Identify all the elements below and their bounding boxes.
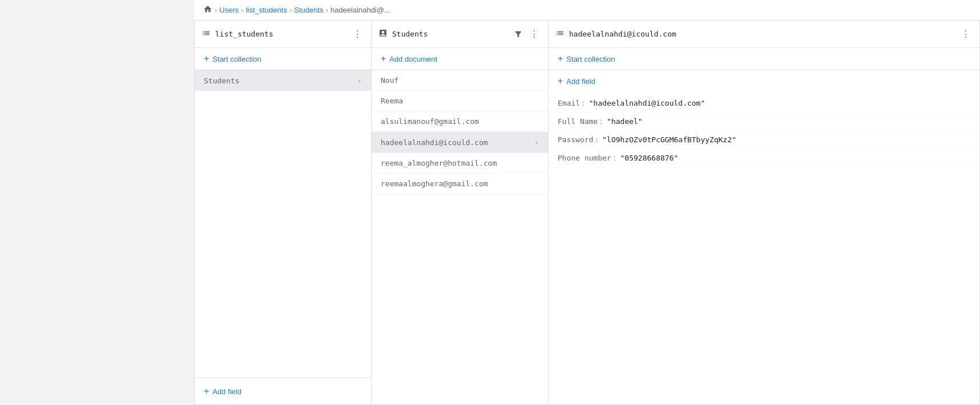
breadcrumb-students[interactable]: Students [294,6,323,14]
students-panel-icon [378,29,388,39]
list-item-nouf-label: Nouf [381,76,539,85]
list-students-more-btn[interactable]: ⋮ [350,26,364,42]
start-collection-label-1: Start collection [212,55,261,63]
panel-students-body: Nouf Reema alsulimanouf@gmail.com hadeel… [372,70,548,404]
students-more-btn[interactable]: ⋮ [527,26,541,42]
field-value-phone[interactable]: "05928668876" [620,154,679,162]
panel-document-title: hadeelalnahdi@icould.com [569,30,954,38]
add-field-plus-1: + [204,386,209,396]
panel-students-title: Students [392,30,507,38]
breadcrumb-users[interactable]: Users [219,6,239,14]
add-field-btn-doc[interactable]: + Add field [549,70,979,92]
panel-document-header: hadeelalnahdi@icould.com ⋮ [549,21,979,48]
list-item-reema[interactable]: Reema [372,91,548,111]
field-value-email[interactable]: "hadeelalnahdi@icould.com" [589,99,705,107]
panel-list-students-body: Students › [195,70,371,378]
field-row-fullname: Full Name : "hadeel" [549,113,979,131]
breadcrumb-sep-1: › [241,6,243,14]
field-sep-email: : [582,99,584,107]
list-item-reemaalmoghera[interactable]: reemaalmoghera@gmail.com [372,174,548,194]
plus-icon-1: + [204,54,209,64]
document-more-btn[interactable]: ⋮ [959,26,973,42]
list-item-reema-label: Reema [381,97,539,105]
breadcrumb-sep-2: › [289,6,292,14]
field-row-password: Password : "lO9hzOZv0tPcGGM6afBTbyyZqKz2… [549,131,979,149]
list-item-reemaalmoghera-label: reemaalmoghera@gmail.com [381,179,539,188]
full-page: › Users › list_students › Students › had… [0,0,980,405]
panel-list-students-actions: ⋮ [350,26,364,42]
add-field-label-doc: Add field [566,77,595,86]
list-students-icon [201,29,211,40]
breadcrumb-list-students[interactable]: list_students [246,6,287,14]
panel-list-students-footer: + Add field [195,378,371,404]
add-field-btn-1[interactable]: + Add field [204,384,241,399]
plus-icon-3: + [558,54,563,64]
panel-list-students: list_students ⋮ + Start collection Stude… [195,21,372,404]
list-item-alsulimanouf-label: alsulimanouf@gmail.com [381,117,539,126]
field-sep-password: : [596,135,598,144]
panel-document: hadeelalnahdi@icould.com ⋮ + Start colle… [549,21,979,404]
add-document-btn[interactable]: + Add document [372,48,548,70]
panel-students-header: Students ⋮ [372,21,548,48]
start-collection-label-2: Start collection [566,55,615,63]
list-item-hadeelalnahdi-label: hadeelalnahdi@icould.com [381,138,534,147]
list-item-alsulimanouf[interactable]: alsulimanouf@gmail.com [372,111,548,132]
field-value-fullname[interactable]: "hadeel" [607,117,643,126]
document-panel-icon [555,29,564,40]
add-field-label-1: Add field [212,387,241,396]
students-filter-btn[interactable] [511,27,525,41]
panel-students-actions: ⋮ [511,26,541,42]
breadcrumb-sep-3: › [326,6,328,14]
field-key-password: Password [558,135,594,144]
list-item-hadeelalnahdi-chevron: › [534,138,539,147]
panel-list-students-title: list_students [215,30,346,38]
field-sep-fullname: : [600,117,602,126]
add-document-label: Add document [389,55,437,63]
panel-document-actions: ⋮ [959,26,973,42]
breadcrumb-sep-0: › [215,6,217,14]
start-collection-btn-2[interactable]: + Start collection [549,48,979,70]
plus-icon-4: + [558,76,563,86]
field-sep-phone: : [614,154,616,162]
list-item-nouf[interactable]: Nouf [372,70,548,91]
field-row-email: Email : "hadeelalnahdi@icould.com" [549,94,979,113]
list-item-students[interactable]: Students › [195,70,371,91]
field-key-fullname: Full Name [558,117,598,126]
breadcrumb-current: hadeelalnahdi@... [330,6,390,14]
list-item-students-label: Students [204,77,357,85]
home-icon[interactable] [203,5,212,15]
breadcrumb: › Users › list_students › Students › had… [194,0,980,21]
panel-document-body: Email : "hadeelalnahdi@icould.com" Full … [549,92,979,404]
field-key-email: Email [558,99,580,107]
field-value-password[interactable]: "lO9hzOZv0tPcGGM6afBTbyyZqKz2" [602,135,736,144]
list-item-hadeelalnahdi[interactable]: hadeelalnahdi@icould.com › [372,132,548,153]
field-key-phone: Phone number [558,154,611,162]
list-item-reema-almogher-label: reema_almogher@hotmail.com [381,159,539,167]
plus-icon-2: + [381,54,386,64]
panel-students: Students ⋮ + Add document Nouf [372,21,549,404]
field-row-phone: Phone number : "05928668876" [549,149,979,167]
list-item-students-chevron: › [357,76,362,85]
panel-list-students-header: list_students ⋮ [195,21,371,48]
list-item-reema-almogher[interactable]: reema_almogher@hotmail.com [372,153,548,174]
start-collection-btn-1[interactable]: + Start collection [195,48,371,70]
